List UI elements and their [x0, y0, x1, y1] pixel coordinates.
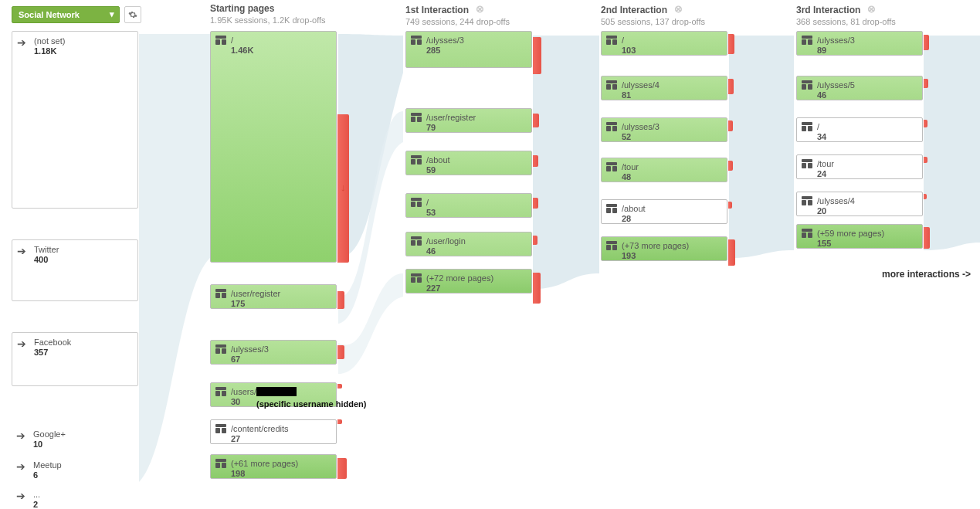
column-header-3rd[interactable]: 3rd Interaction ⊗ 368 sessions, 81 drop-… [796, 3, 896, 26]
column-header-starting: Starting pages 1.95K sessions, 1.2K drop… [210, 3, 326, 25]
page-node[interactable]: /user/login 46 [405, 232, 532, 256]
more-interactions-link[interactable]: more interactions -> [882, 269, 971, 280]
dropoff-bar[interactable] [533, 114, 539, 127]
source-node[interactable]: ➔ Meetup 6 [12, 456, 138, 480]
arrow-down-icon: ↓ [341, 182, 346, 193]
source-node[interactable]: ➔ Facebook 357 [12, 332, 138, 386]
page-node-more[interactable]: (+73 more pages) 193 [601, 236, 727, 261]
dimension-dropdown-label: Social Network [19, 10, 80, 19]
page-icon [802, 122, 812, 133]
page-node[interactable]: /about 28 [601, 199, 727, 224]
page-icon [215, 289, 226, 300]
close-icon[interactable]: ⊗ [867, 3, 876, 15]
page-node[interactable]: / 103 [601, 31, 727, 56]
column-header-2nd[interactable]: 2nd Interaction ⊗ 505 sessions, 137 drop… [601, 3, 705, 26]
dropoff-bar[interactable] [337, 345, 344, 359]
settings-button[interactable] [124, 6, 141, 23]
page-icon [606, 122, 617, 133]
page-icon [215, 344, 226, 355]
page-icon [606, 241, 617, 252]
dropoff-bar[interactable] [728, 120, 733, 131]
page-icon [802, 229, 812, 239]
dropoff-bar[interactable] [533, 155, 538, 167]
dropoff-bar[interactable] [533, 236, 537, 245]
arrow-right-icon: ➔ [17, 338, 26, 350]
dropoff-bar[interactable] [924, 157, 927, 163]
dropoff-bar[interactable] [337, 458, 347, 479]
page-node[interactable]: /ulysses/3 52 [601, 117, 727, 142]
dropoff-bar[interactable] [728, 34, 734, 54]
page-icon [802, 80, 812, 91]
dropoff-bar[interactable] [533, 198, 538, 209]
page-icon [215, 424, 226, 435]
dimension-dropdown[interactable]: Social Network [12, 6, 120, 23]
page-node[interactable]: /user/register 79 [405, 108, 532, 133]
page-node[interactable]: /tour 24 [796, 154, 923, 179]
page-icon [411, 273, 422, 284]
page-icon [215, 387, 226, 398]
page-icon [606, 162, 617, 173]
page-icon [606, 36, 617, 46]
source-node[interactable]: ➔ Twitter 400 [12, 239, 138, 301]
close-icon[interactable]: ⊗ [476, 3, 484, 15]
arrow-right-icon: ➔ [16, 460, 25, 473]
page-icon [802, 159, 812, 170]
source-node[interactable]: ➔ ... 2 [12, 485, 138, 509]
dropoff-bar[interactable] [924, 79, 928, 88]
page-icon [411, 113, 422, 124]
page-node-more[interactable]: (+72 more pages) 227 [405, 269, 532, 294]
page-node[interactable]: /tour 48 [601, 158, 727, 182]
dropoff-bar[interactable] [533, 37, 541, 74]
page-icon [215, 36, 226, 46]
arrow-right-icon: ➔ [16, 429, 25, 442]
page-icon [411, 236, 422, 247]
page-node[interactable]: /ulysses/3 89 [796, 31, 923, 56]
dropoff-bar[interactable] [337, 291, 344, 309]
dropoff-bar[interactable] [924, 194, 927, 199]
dropoff-bar[interactable] [728, 239, 735, 266]
dropoff-bar[interactable] [924, 227, 930, 249]
page-node-more[interactable]: (+59 more pages) 155 [796, 224, 923, 249]
source-node[interactable]: ➔ (not set) 1.18K [12, 31, 138, 209]
page-node[interactable]: /ulysses/3 67 [210, 340, 337, 365]
arrow-right-icon: ➔ [17, 36, 26, 49]
page-icon [802, 196, 812, 207]
arrow-right-icon: ➔ [17, 245, 26, 257]
redacted-text [256, 387, 297, 396]
page-node[interactable]: /ulysses/3 285 [405, 31, 532, 68]
column-header-1st[interactable]: 1st Interaction ⊗ 749 sessions, 244 drop… [405, 3, 510, 26]
dropoff-bar[interactable] [533, 273, 541, 304]
page-node[interactable]: / 1.46K [210, 31, 337, 263]
page-node[interactable]: /ulysses/4 81 [601, 76, 727, 100]
arrow-right-icon: ➔ [16, 490, 25, 502]
page-icon [411, 36, 422, 46]
dropoff-bar[interactable] [728, 79, 734, 94]
dropoff-bar[interactable] [728, 202, 732, 209]
dropoff-bar[interactable] [728, 161, 733, 171]
dropoff-bar[interactable] [337, 419, 342, 424]
page-node[interactable]: /user/register 175 [210, 284, 337, 309]
dropoff-bar[interactable] [924, 35, 929, 50]
close-icon[interactable]: ⊗ [674, 3, 683, 15]
gear-icon [128, 10, 137, 19]
page-node[interactable]: /ulysses/5 46 [796, 76, 923, 100]
page-icon [215, 459, 226, 470]
dropoff-bar[interactable] [337, 384, 342, 389]
page-icon [606, 80, 617, 91]
page-node[interactable]: / 53 [405, 193, 532, 218]
page-node[interactable]: / 34 [796, 117, 923, 142]
page-node[interactable]: /content/credits 27 [210, 419, 337, 444]
annotation-hidden-user: (specific username hidden) [256, 399, 366, 409]
page-node-more[interactable]: (+61 more pages) 198 [210, 454, 337, 479]
source-node[interactable]: ➔ Google+ 10 [12, 425, 138, 449]
page-icon [411, 198, 422, 209]
page-icon [606, 204, 617, 215]
page-icon [802, 36, 812, 46]
page-node[interactable]: /about 59 [405, 151, 532, 175]
page-icon [411, 155, 422, 166]
dropoff-bar[interactable] [924, 120, 927, 127]
page-node[interactable]: /ulysses/4 20 [796, 192, 923, 216]
